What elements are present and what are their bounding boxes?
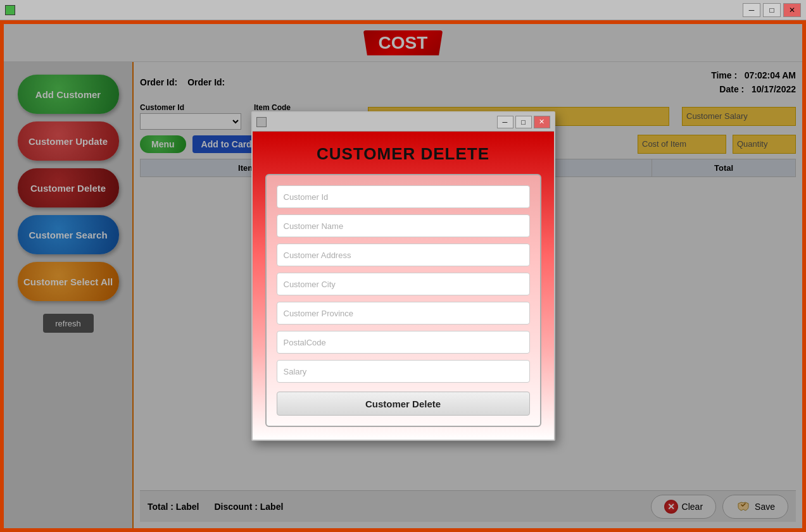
title-bar-left: [5, 5, 15, 15]
modal-title: CUSTOMER DELETE: [265, 144, 541, 164]
modal-postal-code-input[interactable]: [277, 331, 530, 354]
modal-window: ─ □ ✕ CUSTOMER DELETE Customer Delete: [251, 111, 555, 441]
modal-customer-name-input[interactable]: [277, 214, 530, 237]
title-bar: ─ □ ✕: [0, 0, 806, 20]
modal-delete-button[interactable]: Customer Delete: [277, 392, 530, 416]
modal-minimize-button[interactable]: ─: [497, 116, 513, 128]
modal-titlebar: ─ □ ✕: [253, 113, 554, 132]
title-bar-controls: ─ □ ✕: [743, 3, 801, 17]
modal-app-icon: [256, 117, 267, 127]
modal-customer-id-input[interactable]: [277, 185, 530, 208]
modal-close-button[interactable]: ✕: [534, 116, 550, 128]
minimize-button[interactable]: ─: [743, 3, 760, 17]
modal-customer-city-input[interactable]: [277, 273, 530, 295]
app-icon: [5, 5, 15, 15]
modal-salary-input[interactable]: [277, 360, 530, 383]
modal-overlay: ─ □ ✕ CUSTOMER DELETE Customer Delete: [4, 24, 802, 528]
close-button[interactable]: ✕: [783, 3, 801, 17]
main-container: COST Add Customer Customer Update Custom…: [4, 24, 802, 528]
modal-titlebar-left: [256, 117, 267, 127]
modal-inner: Customer Delete: [265, 174, 541, 427]
modal-customer-province-input[interactable]: [277, 302, 530, 325]
modal-body: CUSTOMER DELETE Customer Delete: [253, 132, 554, 440]
maximize-button[interactable]: □: [763, 3, 781, 17]
modal-titlebar-controls: ─ □ ✕: [497, 116, 550, 128]
modal-customer-address-input[interactable]: [277, 244, 530, 266]
modal-maximize-button[interactable]: □: [515, 116, 532, 128]
